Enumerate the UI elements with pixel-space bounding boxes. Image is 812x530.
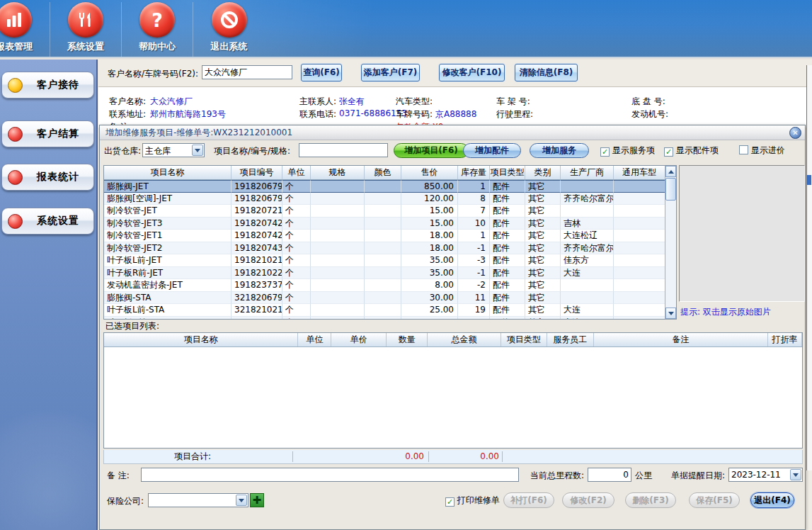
- modify-button[interactable]: 修改(F2): [562, 492, 614, 508]
- column-header: 颜色: [365, 166, 401, 179]
- status-led-icon: [8, 127, 23, 142]
- order-remark-input[interactable]: [141, 468, 519, 482]
- preview-hint: 提示: 双击显示原始图片: [680, 306, 771, 318]
- plate-label: 车牌号码:: [396, 108, 433, 120]
- edit-customer-button[interactable]: 修改客户(F10): [439, 64, 505, 81]
- selected-items-table: 项目名称单位单价数量总金额项目类型服务员工备注打折率: [103, 332, 803, 449]
- table-row[interactable]: 制冷软管-JET1191820742H个18.001配件其它大连松辽: [104, 230, 665, 242]
- mileage-unit-label: 公里: [635, 470, 652, 482]
- table-row[interactable]: 膨胀阀-JET191820679个850.001配件其它: [104, 180, 665, 193]
- scroll-down-icon[interactable]: [665, 308, 676, 319]
- scroll-up-icon[interactable]: [665, 166, 676, 177]
- top-toolbar: 报表管理系统设置?帮助中心退出系统: [0, 0, 812, 58]
- table-row[interactable]: 叶子板L前-JET191821021E个35.00-3配件其它佳东方: [104, 254, 665, 267]
- sidebar-item-1[interactable]: 客户接待: [1, 72, 94, 98]
- column-header: 项目编号: [231, 166, 282, 179]
- chevron-down-icon[interactable]: [790, 469, 801, 480]
- image-preview-panel[interactable]: [679, 165, 805, 302]
- bar-chart-icon: [0, 2, 32, 38]
- toolbar-item-2[interactable]: 系统设置: [50, 2, 122, 57]
- table-row[interactable]: 叶子板R前-STA321821022N个25.0018配件其它大连: [104, 317, 665, 320]
- item-search-input[interactable]: [299, 143, 388, 157]
- scrollbar-thumb[interactable]: [665, 178, 676, 201]
- car-type-label: 汽车类型:: [396, 96, 433, 108]
- phone-label: 联系电话:: [299, 108, 336, 120]
- status-led-icon: [8, 78, 23, 93]
- help-icon: ?: [139, 2, 175, 38]
- selected-table-header: 项目名称单位单价数量总金额项目类型服务员工备注打折率: [104, 333, 802, 347]
- total-mileage-label: 当前总里程数:: [530, 470, 584, 482]
- table-row[interactable]: 叶子板R前-JET191821022E个35.00-1配件其它大连: [104, 267, 665, 280]
- add-part-button[interactable]: 增加配件: [463, 143, 521, 158]
- table-row[interactable]: 叶子板L前-STA321821021N个25.0019配件其它大连: [104, 304, 665, 317]
- products-table: 项目名称项目编号单位规格颜色售价库存量项目类型类别生产厂商通用车型 膨胀阀-JE…: [103, 165, 677, 320]
- close-icon[interactable]: ✕: [789, 127, 801, 139]
- column-header: 数量: [387, 333, 428, 346]
- products-scrollbar[interactable]: [665, 166, 676, 319]
- frame-no-label: 车 架 号:: [496, 96, 530, 108]
- table-row[interactable]: 制冷软管-JET191820721个15.007配件其它: [104, 205, 665, 218]
- clear-info-button[interactable]: 清除信息(F8): [515, 64, 578, 81]
- customer-name-value: 大众汽修厂: [150, 96, 193, 108]
- insurance-label: 保险公司:: [107, 495, 144, 507]
- toolbar-item-1[interactable]: 报表管理: [0, 2, 50, 57]
- checkbox-3[interactable]: 显示进价: [739, 145, 785, 157]
- customer-name-label: 客户名称:: [109, 96, 146, 108]
- column-header: 售价: [401, 166, 458, 179]
- customer-search-label: 客户名称/车牌号码(F2):: [108, 68, 198, 80]
- item-search-label: 项目名称/编号/规格:: [214, 145, 290, 157]
- status-led-icon: [8, 170, 23, 185]
- column-header: 项目名称: [104, 333, 298, 346]
- print-repair-order-checkbox[interactable]: ✓ 打印维修单: [445, 495, 500, 507]
- add-insurance-button[interactable]: ✚: [250, 493, 264, 507]
- tools-icon: [68, 2, 103, 38]
- sidebar-item-4[interactable]: 系统设置: [1, 208, 94, 235]
- column-header: 生产厂商: [561, 166, 614, 179]
- table-row[interactable]: 发动机盖密封条-JET191823737A个8.00-2配件其它: [104, 279, 665, 292]
- engine-no-label: 发动机号:: [631, 108, 668, 120]
- checkbox-2[interactable]: ✓ 显示配件项: [664, 145, 719, 157]
- products-table-header: 项目名称项目编号单位规格颜色售价库存量项目类型类别生产厂商通用车型: [104, 166, 665, 180]
- customer-search-input[interactable]: [202, 65, 292, 79]
- total-mileage-input[interactable]: [588, 468, 631, 482]
- table-row[interactable]: 制冷软管-JET3191820742C个15.0010配件其它吉林: [104, 218, 665, 230]
- sidebar: 客户接待客户结算报表统计系统设置: [0, 60, 98, 530]
- sidebar-item-2[interactable]: 客户结算: [1, 120, 94, 147]
- chevron-down-icon[interactable]: [192, 145, 203, 156]
- table-row[interactable]: 膨胀阀-STA321820679B个30.0011配件其它: [104, 292, 665, 305]
- exit-button[interactable]: 退出(F4): [750, 492, 794, 508]
- remind-date-label: 单据提醒日期:: [671, 470, 725, 482]
- exit-icon: [212, 2, 247, 38]
- add-item-button[interactable]: 增加项目(F6): [394, 143, 469, 158]
- query-button[interactable]: 查询(F6): [301, 64, 342, 81]
- address-label: 联系地址:: [109, 108, 146, 120]
- drive-mileage-label: 行驶里程:: [496, 108, 533, 120]
- column-header: 单位: [298, 333, 331, 346]
- delete-button[interactable]: 删除(F3): [625, 492, 676, 508]
- sidebar-item-3[interactable]: 报表统计: [1, 164, 94, 191]
- insurance-select[interactable]: [148, 493, 248, 507]
- column-header: 项目类型: [490, 166, 525, 179]
- address-value: 郑州市航海路193号: [150, 108, 226, 120]
- toolbar-item-3[interactable]: ?帮助中心: [122, 2, 193, 57]
- totals-unit-price: 0.00: [373, 450, 424, 463]
- column-header: 总金额: [428, 333, 501, 346]
- warehouse-select[interactable]: 主仓库: [142, 143, 205, 157]
- save-button[interactable]: 保存(F5): [689, 492, 740, 508]
- table-row[interactable]: 制冷软管-JET2191820743K个18.00-1配件其它齐齐哈尔富尔: [104, 242, 665, 255]
- warehouse-label: 出货仓库:: [104, 145, 141, 157]
- checkbox-1[interactable]: ✓ 显示服务项: [600, 145, 655, 157]
- toolbar-item-4[interactable]: 退出系统: [193, 2, 265, 57]
- column-header: 服务员工: [547, 333, 594, 346]
- chevron-down-icon[interactable]: [236, 495, 247, 506]
- contact-label: 主联系人:: [299, 96, 336, 108]
- column-header: 通用车型: [614, 166, 665, 179]
- customer-info-panel: 客户名称: 大众汽修厂 主联系人: 张全有 汽车类型: 车 架 号: 底 盘 号…: [98, 86, 812, 128]
- remind-date-select[interactable]: 2023-12-11: [728, 468, 803, 482]
- add-customer-button[interactable]: 添加客户(F7): [361, 64, 420, 81]
- column-header: 单位: [282, 166, 311, 179]
- add-service-button[interactable]: 增加服务: [530, 143, 589, 158]
- reprint-button[interactable]: 补打(F6): [503, 492, 554, 508]
- table-row[interactable]: 膨胀阀[空调]-JET191820679E个120.008配件其它齐齐哈尔富尔: [104, 193, 665, 205]
- status-led-icon: [8, 214, 23, 229]
